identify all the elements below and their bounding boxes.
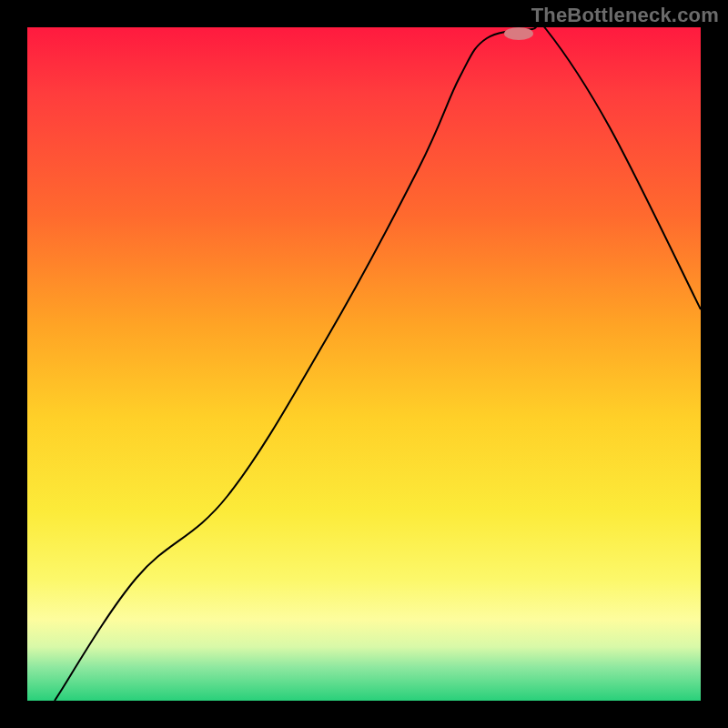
attribution-text: TheBottleneck.com bbox=[531, 4, 719, 27]
chart-svg bbox=[27, 27, 701, 701]
optimum-marker bbox=[504, 27, 533, 40]
bottleneck-curve bbox=[55, 27, 701, 701]
plot-area bbox=[27, 27, 701, 701]
chart-frame: TheBottleneck.com bbox=[0, 0, 728, 728]
